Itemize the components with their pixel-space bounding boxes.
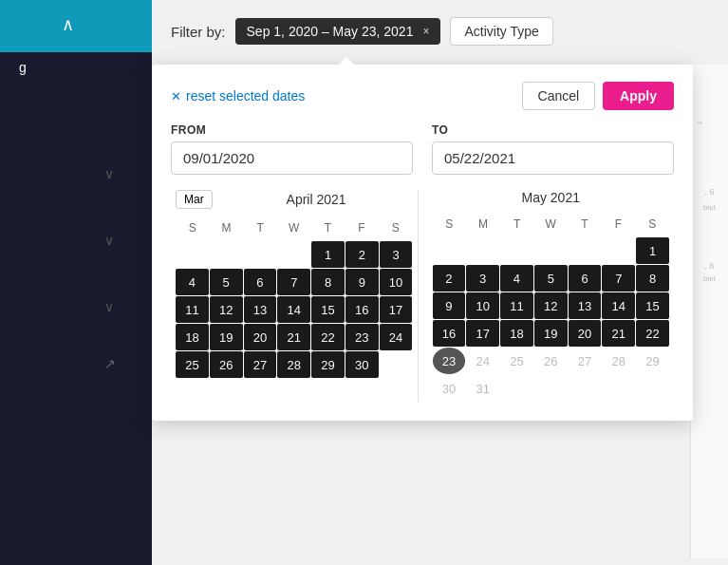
date-picker-popup: ✕ reset selected dates Cancel Apply FROM… bbox=[152, 65, 693, 421]
sidebar-chevron-3[interactable]: ∨ bbox=[104, 233, 114, 248]
weekday-s2: S bbox=[379, 218, 413, 237]
calendar-day[interactable]: 23 bbox=[433, 348, 466, 374]
date-filter-chip[interactable]: Sep 1, 2020 – May 23, 2021 × bbox=[235, 18, 441, 45]
calendar-day bbox=[210, 241, 243, 268]
calendar-day[interactable]: 25 bbox=[176, 351, 209, 378]
calendar-day[interactable]: 28 bbox=[602, 348, 635, 374]
calendar-day[interactable]: 28 bbox=[277, 351, 310, 378]
calendar-day[interactable]: 24 bbox=[466, 348, 499, 374]
calendar-day[interactable]: 29 bbox=[636, 348, 669, 374]
apply-button[interactable]: Apply bbox=[603, 82, 674, 110]
weekday-t2: T bbox=[311, 218, 345, 237]
calendar-day[interactable]: 10 bbox=[466, 292, 499, 319]
chevron-up-icon[interactable]: ∧ bbox=[62, 14, 74, 35]
calendar-day[interactable]: 18 bbox=[176, 324, 209, 350]
calendar-day[interactable]: 5 bbox=[210, 269, 243, 295]
calendar-day bbox=[433, 237, 466, 264]
calendar-day[interactable]: 17 bbox=[466, 320, 499, 347]
calendar-day bbox=[244, 241, 277, 268]
calendar-day[interactable]: 4 bbox=[176, 269, 209, 295]
calendar-day[interactable]: 20 bbox=[244, 324, 277, 350]
right-partial-subtext: , 6 bbox=[691, 182, 728, 201]
calendar-day[interactable]: 24 bbox=[380, 324, 413, 350]
calendar-day[interactable]: 4 bbox=[500, 265, 533, 292]
calendar-day[interactable]: 22 bbox=[311, 324, 345, 350]
calendar-day bbox=[534, 237, 568, 264]
rweekday-s1: S bbox=[433, 215, 467, 234]
calendar-day bbox=[380, 351, 413, 378]
calendar-day[interactable]: 26 bbox=[534, 348, 568, 374]
calendar-day[interactable]: 25 bbox=[500, 348, 533, 374]
calendar-day[interactable]: 26 bbox=[210, 351, 243, 378]
calendar-day[interactable]: 6 bbox=[569, 265, 602, 292]
calendar-day[interactable]: 15 bbox=[311, 296, 345, 323]
calendar-day[interactable]: 21 bbox=[277, 324, 310, 350]
calendar-day[interactable]: 14 bbox=[277, 296, 310, 323]
calendar-day[interactable]: 3 bbox=[466, 265, 499, 292]
calendar-day[interactable]: 13 bbox=[244, 296, 277, 323]
calendar-day[interactable]: 12 bbox=[534, 292, 568, 319]
calendar-day[interactable]: 22 bbox=[636, 320, 669, 347]
from-field: FROM bbox=[171, 123, 413, 175]
calendar-day bbox=[569, 375, 602, 402]
to-input[interactable] bbox=[432, 141, 674, 175]
calendar-day[interactable]: 6 bbox=[244, 269, 277, 295]
calendar-day[interactable]: 30 bbox=[433, 375, 466, 402]
sidebar-chevron-4[interactable]: ∨ bbox=[104, 299, 114, 314]
calendar-day[interactable]: 2 bbox=[433, 265, 466, 292]
calendar-day[interactable]: 8 bbox=[636, 265, 669, 292]
calendar-day[interactable]: 2 bbox=[345, 241, 379, 268]
sidebar bbox=[0, 0, 152, 565]
sidebar-link-icon[interactable]: ↗ bbox=[104, 356, 116, 371]
calendar-day[interactable]: 21 bbox=[602, 320, 635, 347]
calendar-day bbox=[602, 375, 635, 402]
calendar-day[interactable]: 1 bbox=[311, 241, 345, 268]
calendar-day[interactable]: 27 bbox=[244, 351, 277, 378]
calendar-day[interactable]: 19 bbox=[534, 320, 568, 347]
right-cal-weekdays: S M T W T F S bbox=[433, 215, 670, 234]
calendar-day[interactable]: 8 bbox=[311, 269, 345, 295]
calendar-day[interactable]: 7 bbox=[602, 265, 635, 292]
calendar-day[interactable]: 11 bbox=[176, 296, 209, 323]
calendar-day[interactable]: 10 bbox=[380, 269, 413, 295]
calendar-day[interactable]: 16 bbox=[345, 296, 379, 323]
calendar-day[interactable]: 11 bbox=[500, 292, 533, 319]
calendar-day[interactable]: 30 bbox=[345, 351, 379, 378]
prev-month-button[interactable]: Mar bbox=[176, 190, 213, 209]
calendar-day[interactable]: 29 bbox=[311, 351, 345, 378]
calendar-day[interactable]: 16 bbox=[433, 320, 466, 347]
close-date-chip-icon[interactable]: × bbox=[422, 25, 429, 38]
calendar-day[interactable]: 12 bbox=[210, 296, 243, 323]
sidebar-chevron-2[interactable]: ∨ bbox=[104, 166, 114, 181]
popup-top-row: ✕ reset selected dates Cancel Apply bbox=[171, 82, 674, 110]
weekday-s1: S bbox=[176, 218, 210, 237]
cancel-button[interactable]: Cancel bbox=[522, 82, 596, 110]
calendar-day[interactable]: 14 bbox=[602, 292, 635, 319]
popup-actions: Cancel Apply bbox=[522, 82, 674, 110]
calendar-day[interactable]: 23 bbox=[345, 324, 379, 350]
rweekday-s2: S bbox=[635, 215, 669, 234]
calendar-day[interactable]: 20 bbox=[569, 320, 602, 347]
reset-dates-link[interactable]: ✕ reset selected dates bbox=[171, 88, 305, 104]
calendar-day bbox=[277, 241, 310, 268]
calendar-day[interactable]: 17 bbox=[380, 296, 413, 323]
calendar-day[interactable]: 1 bbox=[636, 237, 669, 264]
calendar-day[interactable]: 9 bbox=[345, 269, 379, 295]
calendar-day[interactable]: 5 bbox=[534, 265, 568, 292]
calendar-day[interactable]: 19 bbox=[210, 324, 243, 350]
calendar-day[interactable]: 15 bbox=[636, 292, 669, 319]
calendar-day[interactable]: 7 bbox=[277, 269, 310, 295]
weekday-f1: F bbox=[345, 218, 379, 237]
weekday-t1: T bbox=[243, 218, 277, 237]
left-cal-weekdays: S M T W T F S bbox=[176, 218, 413, 237]
weekday-m1: M bbox=[210, 218, 244, 237]
calendar-day[interactable]: 9 bbox=[433, 292, 466, 319]
to-label: TO bbox=[432, 123, 674, 137]
calendar-day[interactable]: 31 bbox=[466, 375, 499, 402]
calendar-day[interactable]: 13 bbox=[569, 292, 602, 319]
activity-type-button[interactable]: Activity Type bbox=[450, 17, 552, 46]
calendar-day[interactable]: 27 bbox=[569, 348, 602, 374]
from-input[interactable] bbox=[171, 141, 413, 175]
calendar-day[interactable]: 18 bbox=[500, 320, 533, 347]
calendar-day[interactable]: 3 bbox=[380, 241, 413, 268]
